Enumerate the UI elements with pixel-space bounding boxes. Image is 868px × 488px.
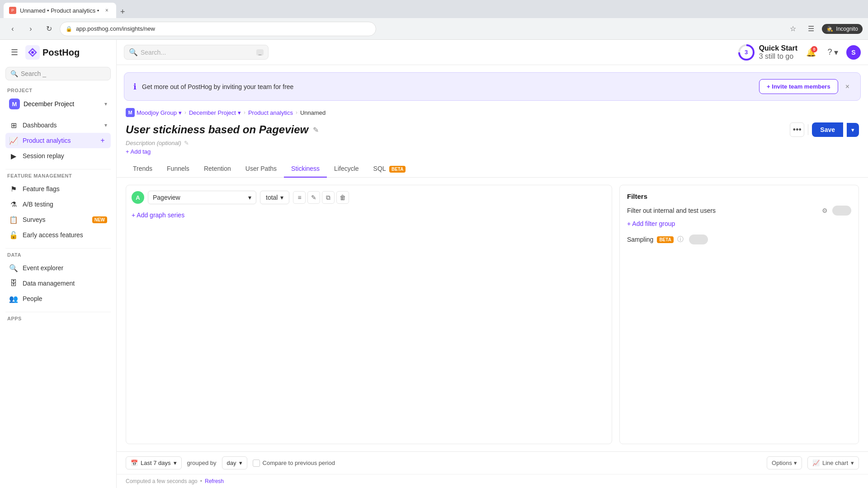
- quick-start-sublabel: 3 still to go: [759, 52, 797, 61]
- sidebar-item-ab-testing[interactable]: ⚗ A/B testing: [5, 197, 111, 212]
- refresh-button[interactable]: ↻: [42, 22, 56, 36]
- invite-team-button[interactable]: + Invite team members: [759, 79, 838, 94]
- sidebar-item-label: Feature flags: [23, 185, 107, 192]
- sidebar-item-dashboards[interactable]: ⊞ Dashboards ▾: [5, 117, 111, 133]
- quick-start-circle: 3: [738, 44, 755, 61]
- day-chevron-icon: ▾: [239, 460, 242, 466]
- back-button[interactable]: ‹: [5, 22, 20, 36]
- incognito-icon: 🕵: [826, 26, 833, 32]
- tab-stickiness[interactable]: Stickiness: [284, 160, 327, 178]
- tab-retention[interactable]: Retention: [197, 160, 238, 178]
- filter-text: Filter out internal and test users: [627, 207, 817, 214]
- sidebar-header: ☰ PostHog: [0, 40, 116, 65]
- more-options-button[interactable]: •••: [790, 122, 804, 137]
- calendar-icon: 📅: [131, 460, 138, 466]
- sidebar-divider-2: [5, 248, 111, 249]
- tab-stickiness-label: Stickiness: [291, 165, 320, 172]
- compare-period-checkbox[interactable]: Compare to previous period: [253, 460, 335, 467]
- search-icon: 🔍: [129, 48, 138, 56]
- date-range-selector[interactable]: 📅 Last 7 days ▾: [126, 456, 182, 469]
- surveys-icon: 📋: [9, 215, 18, 224]
- people-icon: 👥: [9, 294, 18, 303]
- add-tag-button[interactable]: + Add tag: [126, 148, 859, 155]
- tab-lifecycle[interactable]: Lifecycle: [327, 160, 366, 178]
- help-button[interactable]: ? ▾: [825, 44, 841, 61]
- sidebar-item-data-management[interactable]: 🗄 Data management: [5, 276, 111, 291]
- topbar-search[interactable]: 🔍 Search... _: [124, 45, 269, 60]
- tab-user-paths[interactable]: User Paths: [238, 160, 284, 178]
- breadcrumb-project[interactable]: December Project ▾: [189, 109, 241, 116]
- project-selector[interactable]: M December Project ▾: [5, 96, 111, 112]
- breadcrumb-section[interactable]: Product analytics: [248, 109, 293, 116]
- tab-close-button[interactable]: ×: [103, 6, 111, 14]
- copy-series-button[interactable]: ⧉: [322, 191, 335, 204]
- breadcrumb-separator-1: ›: [184, 109, 186, 116]
- refresh-button[interactable]: Refresh: [205, 478, 224, 484]
- new-tab-button[interactable]: +: [116, 5, 129, 18]
- filter-series-button[interactable]: ≡: [293, 191, 306, 204]
- aggregation-selector[interactable]: total ▾: [260, 191, 289, 204]
- sampling-info-icon[interactable]: ⓘ: [677, 235, 684, 244]
- edit-title-icon[interactable]: ✎: [313, 126, 319, 134]
- sidebar-item-people[interactable]: 👥 People: [5, 291, 111, 306]
- sidebar-divider-3: [5, 312, 111, 312]
- compare-label: Compare to previous period: [263, 460, 335, 466]
- edit-series-button[interactable]: ✎: [307, 191, 320, 204]
- add-graph-series-button[interactable]: + Add graph series: [132, 209, 606, 221]
- edit-description-icon[interactable]: ✎: [184, 140, 189, 146]
- notifications-button[interactable]: 🔔 0: [803, 44, 819, 61]
- project-chevron-icon: ▾: [104, 101, 107, 107]
- tab-trends[interactable]: Trends: [126, 160, 160, 178]
- options-button[interactable]: Options ▾: [767, 456, 802, 469]
- delete-series-button[interactable]: 🗑: [336, 191, 349, 204]
- sidebar-item-session-replay[interactable]: ▶ Session replay: [5, 148, 111, 164]
- reader-button[interactable]: ☰: [804, 22, 818, 36]
- grouped-by-text: grouped by: [187, 460, 217, 466]
- lock-icon: 🔒: [66, 26, 72, 32]
- address-bar[interactable]: 🔒 app.posthog.com/insights/new: [60, 22, 376, 36]
- banner-close-button[interactable]: ×: [844, 81, 851, 93]
- user-avatar-button[interactable]: S: [846, 45, 861, 60]
- breadcrumb-group[interactable]: M Moodjoy Group ▾: [126, 108, 182, 117]
- hamburger-button[interactable]: ☰: [7, 45, 22, 60]
- sidebar-item-label: Early access features: [23, 231, 107, 239]
- sidebar-search[interactable]: 🔍 Search _: [5, 67, 111, 80]
- posthog-logo[interactable]: PostHog: [25, 45, 80, 60]
- sidebar-item-event-explorer[interactable]: 🔍 Event explorer: [5, 260, 111, 276]
- tab-funnels-label: Funnels: [167, 165, 189, 172]
- save-dropdown-button[interactable]: ▾: [847, 123, 859, 137]
- add-analytics-button[interactable]: +: [98, 136, 107, 145]
- date-chevron-icon: ▾: [174, 460, 177, 466]
- group-chevron-icon: ▾: [179, 109, 182, 116]
- sidebar-item-product-analytics[interactable]: 📈 Product analytics +: [5, 133, 111, 148]
- main-content: 🔍 Search... _ 3 Quick Start 3 still to g…: [117, 40, 868, 488]
- active-tab[interactable]: P Unnamed • Product analytics • ×: [4, 3, 116, 18]
- save-button[interactable]: Save: [812, 122, 843, 137]
- breadcrumb: M Moodjoy Group ▾ › December Project ▾ ›…: [117, 108, 868, 121]
- add-filter-group-button[interactable]: + Add filter group: [627, 220, 851, 227]
- event-selector[interactable]: Pageview ▾: [148, 191, 256, 204]
- filter-toggle[interactable]: [832, 206, 851, 216]
- grouping-selector[interactable]: day ▾: [222, 456, 247, 469]
- help-chevron-icon: ▾: [834, 47, 838, 57]
- posthog-logo-icon: [25, 45, 40, 60]
- bookmark-button[interactable]: ☆: [786, 22, 800, 36]
- description-placeholder[interactable]: Description (optional): [126, 140, 181, 146]
- forward-button[interactable]: ›: [24, 22, 38, 36]
- tab-funnels[interactable]: Funnels: [160, 160, 197, 178]
- series-section: A Pageview ▾ total ▾ ≡ ✎ ⧉: [126, 185, 612, 444]
- sampling-toggle[interactable]: [689, 235, 708, 244]
- incognito-label: Incognito: [836, 26, 858, 32]
- incognito-badge: 🕵 Incognito: [822, 24, 863, 34]
- sidebar-item-surveys[interactable]: 📋 Surveys NEW: [5, 212, 111, 227]
- tab-favicon: P: [9, 7, 16, 14]
- sidebar-item-early-access[interactable]: 🔓 Early access features: [5, 227, 111, 243]
- chart-chevron-icon: ▾: [851, 460, 854, 466]
- tab-sql[interactable]: SQL BETA: [366, 160, 413, 178]
- data-management-icon: 🗄: [9, 279, 18, 288]
- quick-start-widget[interactable]: 3 Quick Start 3 still to go: [738, 44, 797, 61]
- sidebar-item-feature-flags[interactable]: ⚑ Feature flags: [5, 181, 111, 197]
- sidebar-item-label: Product analytics: [23, 137, 94, 144]
- chart-type-selector[interactable]: 📈 Line chart ▾: [807, 456, 859, 469]
- filter-settings-icon[interactable]: ⚙: [822, 207, 828, 214]
